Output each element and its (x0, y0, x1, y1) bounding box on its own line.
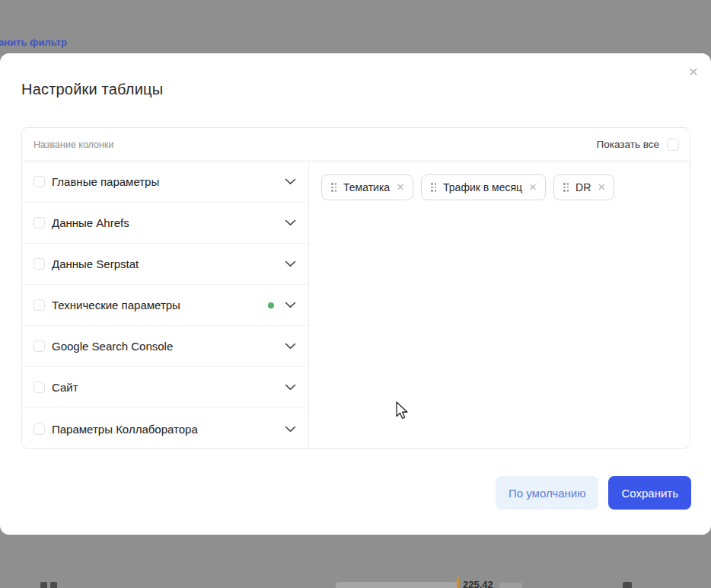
default-button[interactable]: По умолчанию (496, 476, 598, 510)
chip-tematika[interactable]: Тематика × (321, 174, 413, 200)
drag-handle-icon[interactable] (431, 183, 436, 192)
group-label: Сайт (52, 381, 78, 394)
chevron-down-icon[interactable] (285, 260, 296, 267)
drag-handle-icon[interactable] (563, 183, 569, 192)
group-row-google-search-console[interactable]: Google Search Console (22, 326, 308, 367)
group-checkbox[interactable] (33, 217, 45, 228)
show-all-label: Показать все (597, 139, 659, 150)
save-button[interactable]: Сохранить (608, 476, 691, 510)
chip-dr[interactable]: DR × (553, 174, 614, 200)
modal-title: Настройки таблицы (21, 81, 163, 98)
chevron-down-icon[interactable] (285, 426, 296, 433)
green-indicator-dot (268, 302, 274, 308)
group-label: Google Search Console (52, 340, 173, 353)
background-fragment (40, 582, 47, 588)
group-checkbox[interactable] (33, 340, 45, 352)
chevron-down-icon[interactable] (285, 178, 296, 185)
chip-remove-icon[interactable]: × (598, 181, 605, 193)
group-checkbox[interactable] (33, 382, 45, 393)
group-label: Технические параметры (52, 299, 180, 312)
group-row-technical-parameters[interactable]: Технические параметры (22, 285, 308, 326)
group-checkbox[interactable] (33, 258, 45, 270)
group-checkbox[interactable] (33, 176, 45, 187)
chevron-down-icon[interactable] (285, 219, 296, 226)
chip-label: DR (575, 181, 591, 193)
modal-footer: По умолчанию Сохранить (496, 476, 691, 510)
group-row-main-parameters[interactable]: Главные параметры (22, 161, 308, 203)
chip-label: Тематика (343, 181, 390, 193)
group-row-ahrefs[interactable]: Данные Ahrefs (22, 203, 308, 244)
group-row-site[interactable]: Сайт (22, 367, 308, 408)
chip-label: Трафик в месяц (443, 181, 522, 193)
background-price-bar (457, 577, 459, 588)
column-name-header: Название колонки (33, 139, 113, 150)
background-fragment (623, 582, 632, 588)
group-row-serpstat[interactable]: Данные Serpstat (22, 244, 308, 285)
panel-header: Название колонки Показать все (22, 128, 690, 161)
background-price-value: 225.42 (463, 579, 493, 588)
columns-panel: Название колонки Показать все Главные па… (21, 127, 690, 449)
group-label: Главные параметры (52, 175, 159, 188)
chevron-down-icon[interactable] (285, 384, 296, 391)
group-label: Данные Ahrefs (52, 216, 129, 229)
background-fragment (499, 583, 522, 588)
group-label: Данные Serpstat (52, 257, 139, 270)
panel-body: Главные параметры Данные Ahrefs (22, 161, 690, 448)
chip-traffic-per-month[interactable]: Трафик в месяц × (421, 174, 546, 200)
group-checkbox[interactable] (33, 423, 45, 435)
chevron-down-icon[interactable] (285, 302, 296, 308)
group-checkbox[interactable] (33, 299, 45, 311)
drag-handle-icon[interactable] (331, 183, 336, 192)
group-row-collaborator-parameters[interactable]: Параметры Коллаборатора (22, 408, 308, 449)
close-icon[interactable]: × (684, 61, 703, 81)
group-label: Параметры Коллаборатора (52, 423, 198, 436)
chip-remove-icon[interactable]: × (397, 181, 404, 193)
show-all-checkbox[interactable] (667, 139, 679, 151)
table-settings-modal: Настройки таблицы × Название колонки Пок… (0, 53, 711, 535)
column-group-list: Главные параметры Данные Ahrefs (22, 161, 309, 448)
background-fragment (50, 582, 57, 588)
background-fragment-pill (336, 582, 458, 588)
save-filter-link[interactable]: анить фильтр (0, 37, 67, 48)
chevron-down-icon[interactable] (285, 343, 296, 350)
chip-remove-icon[interactable]: × (529, 181, 537, 193)
selected-columns-area: Тематика × Трафик в месяц × DR × (309, 161, 690, 448)
